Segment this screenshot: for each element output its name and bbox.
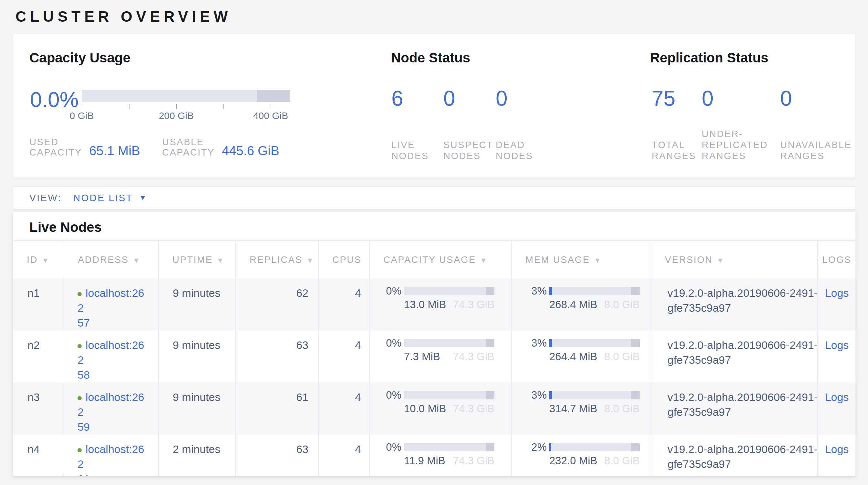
summary-metric: 6LIVENODES bbox=[392, 88, 443, 161]
usage-used-value: 13.0 MiB bbox=[404, 299, 446, 310]
capacity-bar-track bbox=[82, 90, 290, 102]
node-uptime: 9 minutes bbox=[159, 331, 236, 382]
column-header-replicas[interactable]: REPLICAS▼ bbox=[236, 240, 318, 278]
live-nodes-panel: Live Nodes ID▼ADDRESS▼UPTIME▼REPLICAS▼CP… bbox=[13, 212, 856, 476]
node-uptime: 9 minutes bbox=[159, 278, 236, 331]
table-row-n4: n4localhost:262612 minutes6340%11.9 MiB7… bbox=[13, 434, 856, 476]
metric-label: DEADNODES bbox=[496, 139, 560, 161]
node-address: localhost:26261 bbox=[78, 442, 147, 476]
usage-total-value: 8.0 GiB bbox=[604, 299, 640, 310]
node-id: n2 bbox=[13, 331, 64, 382]
axis-tick bbox=[223, 104, 224, 109]
node-replicas: 63 bbox=[236, 434, 318, 476]
column-header-logs: LOGS bbox=[817, 240, 856, 278]
metric-label: UNDER-REPLICATEDRANGES bbox=[702, 129, 780, 161]
usage-bar-fill bbox=[549, 287, 552, 295]
node-cpus: 4 bbox=[318, 278, 369, 331]
metric-value: 0 bbox=[780, 88, 855, 109]
usable-capacity-stat: USABLECAPACITY 445.6 GiB bbox=[162, 137, 279, 158]
mem-usage-gauge: 2%232.0 MiB8.0 GiB bbox=[512, 442, 650, 466]
node-replicas: 61 bbox=[236, 382, 318, 434]
usage-percent: 0% bbox=[370, 390, 404, 401]
usage-bar-track bbox=[404, 443, 494, 451]
sort-desc-icon[interactable]: ▼ bbox=[594, 256, 602, 264]
page-title: CLUSTER OVERVIEW bbox=[16, 8, 231, 25]
node-address-link[interactable]: localhost:26258 bbox=[78, 339, 144, 381]
view-label: VIEW: bbox=[29, 192, 61, 203]
capacity-usage-gauge: 0%7.3 MiB74.3 GiB bbox=[370, 338, 511, 363]
node-address: localhost:26258 bbox=[78, 338, 147, 382]
sort-desc-icon[interactable]: ▼ bbox=[306, 256, 314, 264]
metric-label: UNAVAILABLERANGES bbox=[780, 139, 855, 161]
chevron-down-icon[interactable]: ▼ bbox=[140, 194, 146, 202]
node-replicas: 62 bbox=[236, 278, 318, 331]
node-uptime: 2 minutes bbox=[159, 434, 236, 476]
usage-used-value: 232.0 MiB bbox=[549, 455, 597, 466]
usage-bar-endcap bbox=[631, 339, 640, 347]
column-header-mem-usage[interactable]: MEM USAGE▼ bbox=[512, 240, 651, 278]
sort-desc-icon[interactable]: ▼ bbox=[133, 256, 141, 264]
capacity-usage-heading: Capacity Usage bbox=[29, 50, 130, 66]
column-header-address[interactable]: ADDRESS▼ bbox=[64, 240, 159, 278]
column-header-cpus: CPUS bbox=[318, 240, 369, 278]
node-id: n1 bbox=[13, 278, 64, 331]
sort-desc-icon[interactable]: ▼ bbox=[42, 256, 50, 264]
node-live-status-icon bbox=[78, 448, 82, 452]
usage-bar-track bbox=[404, 339, 494, 347]
node-live-status-icon bbox=[78, 292, 82, 296]
column-header-id[interactable]: ID▼ bbox=[13, 240, 64, 278]
sort-desc-icon[interactable]: ▼ bbox=[217, 256, 225, 264]
usage-percent: 0% bbox=[370, 442, 404, 453]
node-logs-link[interactable]: Logs bbox=[825, 339, 849, 351]
usage-bar-fill bbox=[549, 391, 552, 399]
node-address-link[interactable]: localhost:26261 bbox=[78, 443, 144, 476]
sort-desc-icon[interactable]: ▼ bbox=[717, 256, 724, 264]
capacity-bar-chart: 0 GiB200 GiB400 GiB bbox=[82, 90, 290, 121]
usage-bar-endcap bbox=[486, 287, 494, 295]
column-header-uptime[interactable]: UPTIME▼ bbox=[159, 240, 236, 278]
node-address-link[interactable]: localhost:26259 bbox=[78, 391, 144, 433]
used-capacity-value: 65.1 MiB bbox=[89, 144, 140, 158]
usage-total-value: 8.0 GiB bbox=[604, 455, 640, 466]
mem-usage-gauge: 3%268.4 MiB8.0 GiB bbox=[512, 286, 650, 310]
node-cpus: 4 bbox=[318, 331, 369, 382]
axis-tick-label: 400 GiB bbox=[253, 110, 288, 121]
sort-desc-icon[interactable]: ▼ bbox=[480, 256, 488, 264]
usage-percent: 0% bbox=[370, 338, 404, 348]
node-logs-link[interactable]: Logs bbox=[825, 391, 849, 403]
usage-used-value: 11.9 MiB bbox=[404, 455, 445, 466]
capacity-usage-gauge: 0%13.0 MiB74.3 GiB bbox=[370, 286, 511, 310]
used-capacity-label: USEDCAPACITY bbox=[29, 137, 82, 158]
usage-bar-track bbox=[549, 287, 640, 295]
metric-value: 6 bbox=[392, 88, 443, 109]
usage-bar-endcap bbox=[631, 391, 640, 399]
view-dropdown[interactable]: NODE LIST bbox=[73, 192, 133, 203]
usage-percent: 3% bbox=[512, 338, 549, 348]
replication-status-metrics: 75TOTALRANGES0UNDER-REPLICATEDRANGES0UNA… bbox=[652, 88, 855, 161]
live-nodes-table: ID▼ADDRESS▼UPTIME▼REPLICAS▼CPUSCAPACITY … bbox=[13, 240, 856, 476]
column-header-capacity-usage[interactable]: CAPACITY USAGE▼ bbox=[369, 240, 512, 278]
usable-capacity-label: USABLECAPACITY bbox=[162, 137, 215, 158]
usage-used-value: 268.4 MiB bbox=[549, 299, 597, 310]
cluster-summary-panel: Capacity Usage Node Status Replication S… bbox=[13, 34, 856, 178]
node-logs-link[interactable]: Logs bbox=[825, 443, 849, 455]
table-row-n3: n3localhost:262599 minutes6140%10.0 MiB7… bbox=[13, 382, 856, 434]
axis-tick bbox=[271, 104, 271, 109]
axis-tick-label: 200 GiB bbox=[159, 110, 194, 121]
axis-tick bbox=[176, 104, 177, 109]
summary-metric: 0UNAVAILABLERANGES bbox=[780, 88, 855, 161]
live-nodes-heading: Live Nodes bbox=[29, 220, 856, 235]
node-logs-link[interactable]: Logs bbox=[825, 287, 849, 299]
node-version: v19.2.0-alpha.20190606-2491-gfe735c9a97 bbox=[668, 442, 819, 472]
node-address-link[interactable]: localhost:26257 bbox=[78, 287, 144, 329]
node-version: v19.2.0-alpha.20190606-2491-gfe735c9a97 bbox=[668, 338, 819, 367]
capacity-usage-gauge: 0%10.0 MiB74.3 GiB bbox=[370, 390, 511, 415]
node-cpus: 4 bbox=[318, 382, 369, 434]
node-address: localhost:26257 bbox=[78, 286, 147, 330]
node-cpus: 4 bbox=[318, 434, 369, 476]
node-live-status-icon bbox=[78, 396, 82, 400]
node-address: localhost:26259 bbox=[78, 390, 147, 434]
usage-bar-endcap bbox=[486, 339, 494, 347]
column-header-version[interactable]: VERSION▼ bbox=[651, 240, 817, 278]
usage-bar-track bbox=[549, 339, 640, 347]
